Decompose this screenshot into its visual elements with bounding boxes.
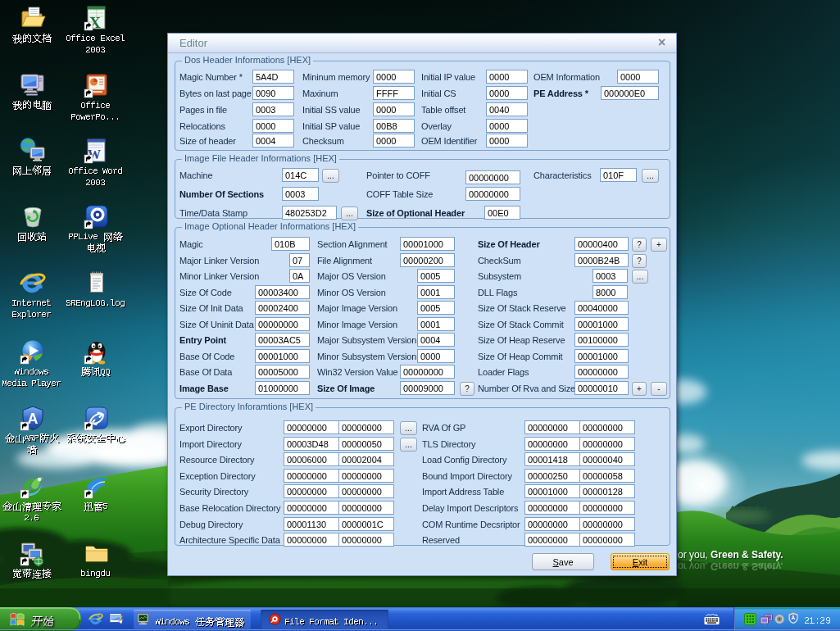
svg-text:A: A	[28, 411, 39, 427]
svg-text:A: A	[792, 615, 796, 620]
